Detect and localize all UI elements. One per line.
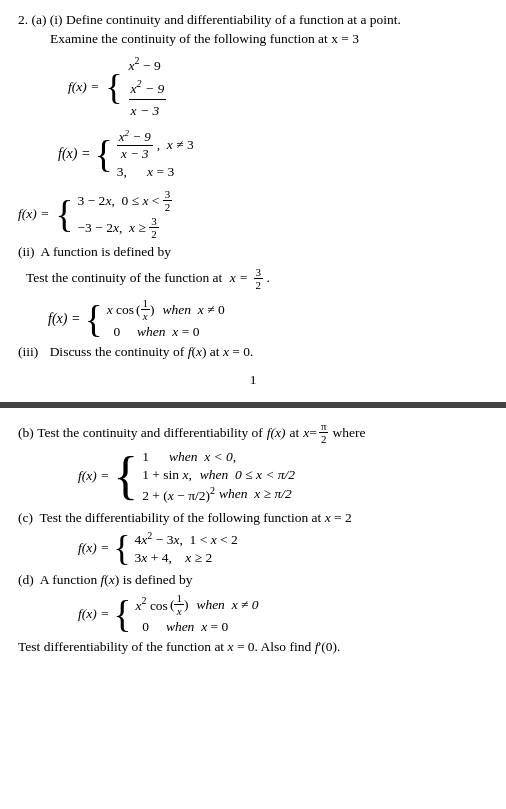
cases-a: x2 − 9 x − 3 , x ≠ 3 3, x = 3 bbox=[117, 128, 194, 180]
b-case3: 2 + (x − π/2)2 when x ≥ π/2 bbox=[142, 485, 295, 504]
case-c2: 0 when x = 0 bbox=[107, 324, 225, 340]
case-a1-cond: , x ≠ 3 bbox=[157, 137, 194, 153]
brace-c2: { bbox=[113, 532, 130, 564]
b-case1: 1 when x < 0, bbox=[142, 449, 295, 465]
c-cases: 4x2 − 3x, 1 < x < 2 3x + 4, x ≥ 2 bbox=[135, 530, 238, 567]
discuss-text: Discuss the continuity of f(x) at x = 0. bbox=[50, 344, 254, 359]
d-test-text: Test differentiability of the function a… bbox=[18, 639, 488, 655]
brace-c: { bbox=[84, 302, 102, 336]
part-d: (d) A function f(x) is defined by f(x) =… bbox=[18, 572, 488, 655]
page-number: 1 bbox=[18, 372, 488, 388]
problem-text: Define continuity and differentiability … bbox=[66, 12, 401, 27]
b-fx: f(x) bbox=[267, 425, 286, 441]
top-section: 2. (a) (i) Define continuity and differe… bbox=[0, 0, 506, 402]
brace-b: { bbox=[55, 197, 73, 231]
piecewise-cases-1: x2 − 9 x2 − 9 x − 3 bbox=[129, 53, 167, 122]
b-intro: Test the continuity and differentiabilit… bbox=[37, 425, 263, 441]
brace-d: { bbox=[113, 597, 131, 631]
c-fx-label: f(x) = bbox=[78, 540, 109, 556]
b-cases: 1 when x < 0, 1 + sin x, when 0 ≤ x < π/… bbox=[142, 449, 295, 504]
b-fx-def: f(x) = { 1 when x < 0, 1 + sin x, when 0… bbox=[78, 449, 488, 504]
part-ii-text: (ii) A function is defined by bbox=[18, 244, 488, 260]
test-point: x = bbox=[230, 270, 249, 285]
b-case2: 1 + sin x, when 0 ≤ x < π/2 bbox=[142, 467, 295, 483]
fx-def-c: f(x) = { x cos ( 1 x ) when x ≠ 0 bbox=[48, 297, 488, 340]
c-label: (c) bbox=[18, 510, 36, 525]
left-brace-1: { bbox=[105, 69, 122, 105]
fx-label-b: f(x) = bbox=[18, 206, 49, 222]
case-1-fraction: x2 − 9 x − 3 bbox=[129, 76, 167, 122]
c-case1: 4x2 − 3x, 1 < x < 2 bbox=[135, 530, 238, 549]
part-c: (c) Test the differentiability of the fo… bbox=[18, 510, 488, 567]
case-c1: x cos ( 1 x ) when x ≠ 0 bbox=[107, 297, 225, 322]
part-iii-label: (iii) bbox=[18, 344, 38, 359]
b-point: x = π 2 bbox=[303, 420, 328, 445]
b-where: where bbox=[332, 425, 365, 441]
part-iii: (iii) Discuss the continuity of f(x) at … bbox=[18, 344, 488, 360]
b-fx-label: f(x) = bbox=[78, 468, 109, 484]
cases-c: x cos ( 1 x ) when x ≠ 0 0 when x = 0 bbox=[107, 297, 225, 340]
part-ii-header: f(x) = { 3 − 2x, 0 ≤ x < 3 2 −3 − 2x, x … bbox=[18, 188, 488, 240]
case-b1: 3 − 2x, 0 ≤ x < 3 2 bbox=[78, 188, 173, 213]
c-case2: 3x + 4, x ≥ 2 bbox=[135, 550, 238, 566]
c-text: (c) Test the differentiability of the fo… bbox=[18, 510, 488, 526]
d-fx-def: f(x) = { x2 cos ( 1 x ) when x bbox=[78, 592, 488, 635]
case-1a: x2 − 9 bbox=[129, 53, 167, 76]
d-cases: x2 cos ( 1 x ) when x ≠ 0 0 whe bbox=[136, 592, 259, 635]
b-label: (b) bbox=[18, 425, 37, 441]
test-text: Test the continuity of the function at bbox=[26, 270, 222, 285]
bottom-section: (b) Test the continuity and differentiab… bbox=[0, 408, 506, 665]
page: 2. (a) (i) Define continuity and differe… bbox=[0, 0, 506, 809]
test-continuity-line: Test the continuity of the function at x… bbox=[26, 266, 488, 291]
fx-label-1: f(x) = bbox=[68, 79, 99, 95]
cases-b: 3 − 2x, 0 ≤ x < 3 2 −3 − 2x, x ≥ 3 2 bbox=[78, 188, 173, 240]
d-header: (d) A function f(x) is defined by bbox=[18, 572, 488, 588]
part-b-header: (b) Test the continuity and differentiab… bbox=[18, 420, 488, 445]
fx-piecewise-1: f(x) = { x2 − 9 x2 − 9 x − 3 bbox=[68, 53, 488, 122]
brace-b2: { bbox=[113, 454, 138, 498]
d-label: (d) bbox=[18, 572, 37, 587]
fx-def-1: f(x) = { x2 − 9 x − 3 , x ≠ 3 3, x = 3 bbox=[58, 128, 488, 180]
d-fx-label: f(x) = bbox=[78, 606, 109, 622]
examine-text: Examine the continuity of the following … bbox=[50, 31, 488, 47]
case-a1: x2 − 9 x − 3 , x ≠ 3 bbox=[117, 128, 194, 162]
problem-header: 2. (a) (i) Define continuity and differe… bbox=[18, 12, 488, 28]
b-at: at bbox=[290, 425, 300, 441]
c-fx-def: f(x) = { 4x2 − 3x, 1 < x < 2 3x + 4, x ≥… bbox=[78, 530, 488, 567]
problem-number: 2. (a) (i) bbox=[18, 12, 63, 27]
d-case1: x2 cos ( 1 x ) when x ≠ 0 bbox=[136, 592, 259, 617]
fx-label-a: f(x) = bbox=[58, 146, 90, 162]
brace-a: { bbox=[94, 137, 112, 171]
case-b2: −3 − 2x, x ≥ 3 2 bbox=[78, 215, 173, 240]
part-b: (b) Test the continuity and differentiab… bbox=[18, 420, 488, 504]
d-case2: 0 when x = 0 bbox=[136, 619, 259, 635]
case-a2: 3, x = 3 bbox=[117, 164, 194, 180]
part-ii: f(x) = { 3 − 2x, 0 ≤ x < 3 2 −3 − 2x, x … bbox=[18, 188, 488, 260]
fx-label-c: f(x) = bbox=[48, 311, 80, 327]
